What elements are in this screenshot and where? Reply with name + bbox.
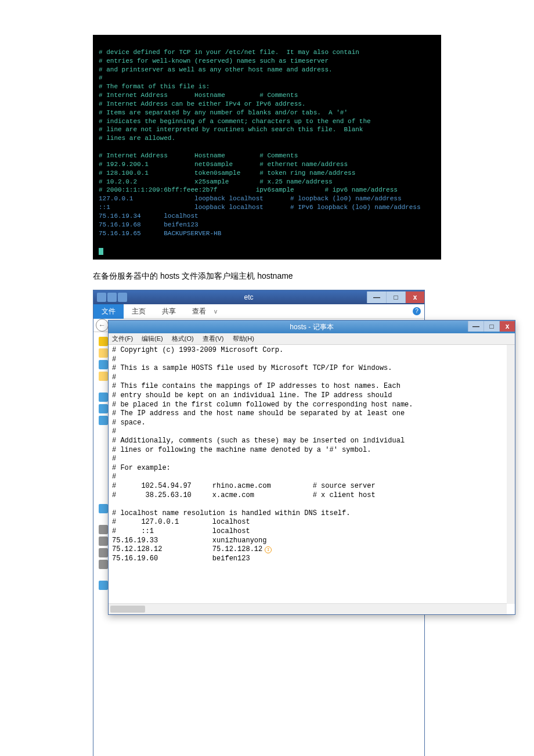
screenshot-explorer-notepad: etc — □ x 文件 主页 共享 查看 v ? ← [93, 290, 441, 756]
hosts-line: # localhost name resolution is handled w… [112, 509, 350, 517]
notepad-menubar: 文件(F) 编辑(E) 格式(O) 查看(V) 帮助(H) [109, 333, 515, 345]
text-caret-icon: I [265, 546, 272, 553]
explorer-title: etc [131, 293, 367, 301]
term-line: # device defined for TCP in your /etc/ne… [99, 49, 359, 56]
hosts-line: # [112, 473, 116, 481]
term-line: # [99, 74, 103, 81]
term-line: # 2000:1:1:1:209:6bff:feee:2b7f ipv6samp… [99, 186, 398, 193]
qat-icon[interactable] [97, 293, 106, 302]
notepad-titlebar[interactable]: hosts - 记事本 — □ x [109, 321, 515, 333]
help-icon[interactable]: ? [413, 307, 421, 315]
term-line: # line are not interpreted by routines w… [99, 126, 363, 133]
term-line: # lines are allowed. [99, 135, 175, 142]
folder-icon[interactable] [99, 348, 108, 358]
term-line: # 192.9.200.1 net0sample # ethernet name… [99, 161, 348, 168]
maximize-button[interactable]: □ [484, 321, 499, 332]
hosts-line: # entry should be kept on an individual … [112, 391, 392, 399]
ribbon-chevron-icon[interactable]: v [214, 308, 217, 315]
disk-icon[interactable] [99, 560, 108, 569]
back-button[interactable]: ← [96, 319, 109, 332]
terminal-screenshot: # device defined for TCP in your /etc/ne… [93, 35, 441, 260]
hosts-line: # Additionally, comments (such as these)… [112, 437, 405, 445]
term-line: 127.0.0.1 loopback localhost # loopback … [99, 195, 402, 202]
hosts-line: # This file contains the mappings of IP … [112, 382, 400, 390]
network-icon[interactable] [99, 581, 108, 590]
hosts-line: 75.16.19.60 beifen123 [112, 555, 250, 563]
term-line: # 128.100.0.1 token0sample # token ring … [99, 170, 355, 177]
hosts-line: # ::1 localhost [112, 527, 250, 535]
menu-help[interactable]: 帮助(H) [233, 335, 254, 342]
term-line: # entries for well-known (reserved) name… [99, 57, 329, 64]
term-line: # Internet Address Hostname # Comments [99, 92, 298, 99]
tab-view[interactable]: 查看 [184, 304, 214, 319]
notepad-text-area[interactable]: # Copyright (c) 1993-2009 Microsoft Corp… [109, 345, 515, 614]
minimize-button[interactable]: — [468, 321, 484, 332]
menu-edit[interactable]: 编辑(E) [142, 335, 163, 342]
hosts-line: # [112, 355, 116, 363]
term-line: 75.16.19.65 BACKUPSERVER-HB [99, 230, 221, 237]
term-line: # indicates the beginning of a comment; … [99, 118, 371, 125]
hosts-line: # For example: [112, 464, 171, 472]
term-line: # Items are separated by any number of b… [99, 109, 348, 116]
notepad-window: hosts - 记事本 — □ x 文件(F) 编辑(E) 格式(O) 查看(V… [108, 320, 515, 615]
hosts-line: # [112, 373, 116, 381]
horizontal-scrollbar[interactable] [109, 603, 507, 614]
hosts-line: # 102.54.94.97 rhino.acme.com # source s… [112, 482, 376, 490]
qat-icon[interactable] [107, 293, 117, 302]
hosts-line: # The IP address and the host name shoul… [112, 409, 405, 417]
menu-format[interactable]: 格式(O) [172, 335, 194, 342]
vertical-scrollbar[interactable] [507, 345, 515, 604]
maximize-button[interactable]: □ [386, 291, 405, 303]
downloads-icon[interactable] [99, 372, 108, 381]
video-icon[interactable] [99, 404, 108, 413]
hosts-line: 75.16.19.33 xunizhuanyong [112, 537, 266, 545]
close-button[interactable]: x [405, 291, 424, 303]
picture-icon[interactable] [99, 416, 108, 425]
term-line: # Internet Address Hostname # Comments [99, 152, 298, 159]
hosts-line: # [112, 427, 116, 435]
ribbon-tabs: 文件 主页 共享 查看 v ? [93, 304, 424, 319]
hosts-line: # lines or following the machine name de… [112, 446, 371, 454]
tab-share[interactable]: 共享 [154, 304, 184, 319]
favorites-icon[interactable] [99, 337, 108, 346]
hosts-line: # 127.0.0.1 localhost [112, 518, 250, 526]
term-line: 75.16.19.34 localhost [99, 213, 199, 219]
term-line: # 10.2.0.2 x25sample # x.25 name/address [99, 178, 333, 185]
term-line: ::1 loopback localhost # IPv6 loopback (… [99, 204, 421, 211]
hosts-line: 75.12.128.12 75.12.128.12 [112, 545, 262, 553]
disk-icon[interactable] [99, 537, 108, 546]
hosts-line: # space. [112, 419, 146, 427]
menu-file[interactable]: 文件(F) [112, 335, 133, 342]
quick-access-toolbar [93, 293, 131, 302]
notepad-title: hosts - 记事本 [290, 322, 333, 332]
desktop-icon[interactable] [99, 360, 108, 369]
hosts-line: # [112, 455, 116, 463]
term-line: # Internet Address can be either IPv4 or… [99, 100, 305, 107]
tab-home[interactable]: 主页 [124, 304, 154, 319]
disk-icon[interactable] [99, 548, 108, 557]
tab-file[interactable]: 文件 [93, 304, 124, 319]
qat-icon[interactable] [118, 293, 127, 302]
term-line: # The format of this file is: [99, 83, 210, 90]
terminal-cursor [99, 248, 103, 255]
library-icon[interactable] [99, 393, 108, 402]
menu-view[interactable]: 查看(V) [203, 335, 224, 342]
term-line: 75.16.19.68 beifen123 [99, 221, 199, 228]
hosts-line: # 38.25.63.10 x.acme.com # x client host [112, 491, 376, 499]
scrollbar-thumb[interactable] [110, 606, 145, 613]
close-button[interactable]: x [499, 321, 515, 332]
caption-1: 在备份服务器中的 hosts 文件添加客户端主机 hostname [93, 271, 441, 282]
hosts-line: # Copyright (c) 1993-2009 Microsoft Corp… [112, 346, 283, 354]
hosts-line: # This is a sample HOSTS file used by Mi… [112, 364, 392, 372]
minimize-button[interactable]: — [367, 291, 386, 303]
hosts-line: # be placed in the first column followed… [112, 401, 413, 409]
term-line: # and printserver as well as any other h… [99, 66, 333, 73]
explorer-titlebar[interactable]: etc — □ x [93, 290, 424, 304]
computer-icon[interactable] [99, 525, 108, 534]
music-icon[interactable] [99, 504, 108, 513]
